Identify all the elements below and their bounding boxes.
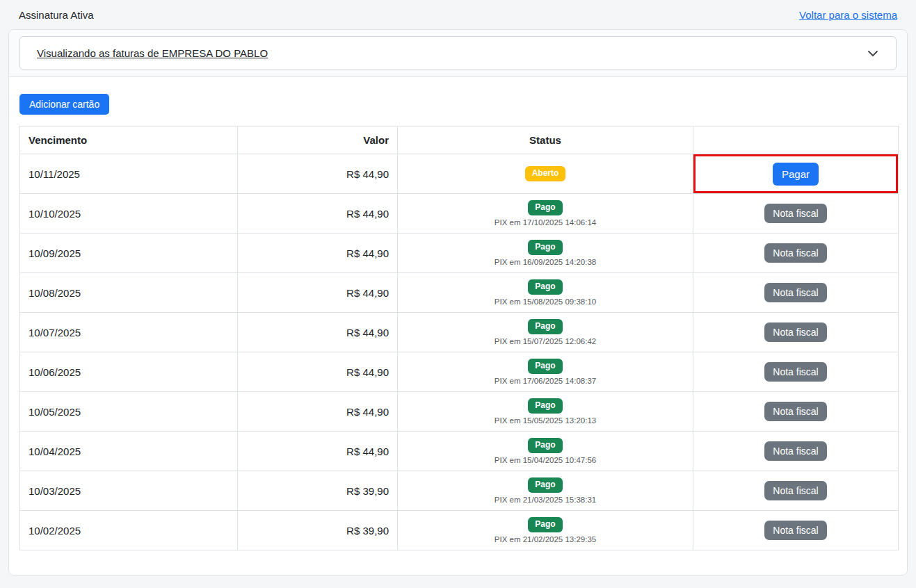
status-badge: Aberto [525,166,566,181]
payment-detail: PIX em 16/09/2025 14:20:38 [406,258,684,266]
header-action [693,126,899,154]
invoices-table: Vencimento Valor Status 10/11/2025 R$ 44… [19,126,899,550]
due-date-cell: 10/07/2025 [20,313,238,352]
action-cell: Nota fiscal [693,392,899,432]
invoices-card: Visualizando as faturas de EMPRESA DO PA… [8,29,908,575]
due-date-cell: 10/11/2025 [20,154,238,194]
action-cell: Nota fiscal [693,313,899,352]
value-cell: R$ 44,90 [238,313,398,352]
due-date-cell: 10/06/2025 [20,352,238,392]
value-cell: R$ 39,90 [238,511,398,550]
status-badge: Pago [528,438,562,452]
due-date-cell: 10/04/2025 [20,432,238,471]
due-date-cell: 10/10/2025 [20,194,238,234]
add-card-button[interactable]: Adicionar cartão [19,94,109,115]
nota-fiscal-button[interactable]: Nota fiscal [764,243,826,263]
action-cell: Nota fiscal [693,432,899,471]
status-cell: Pago PIX em 16/09/2025 14:20:38 [398,234,693,273]
status-cell: Aberto [398,154,693,194]
due-date-cell: 10/02/2025 [20,511,238,550]
table-row: 10/03/2025 R$ 39,90 Pago PIX em 21/03/20… [20,471,899,511]
payment-detail: PIX em 21/02/2025 13:29:35 [406,535,684,544]
payment-detail: PIX em 17/10/2025 14:06:14 [406,218,684,227]
card-body: Adicionar cartão Vencimento Valor Status… [9,77,907,575]
nota-fiscal-button[interactable]: Nota fiscal [764,204,826,223]
nota-fiscal-button[interactable]: Nota fiscal [764,322,826,342]
action-cell: Nota fiscal [693,234,899,273]
action-cell: Nota fiscal [693,273,899,313]
due-date-cell: 10/05/2025 [20,392,238,432]
action-cell: Pagar [693,154,899,194]
status-badge: Pago [528,359,562,373]
chevron-down-icon [865,46,881,61]
table-row: 10/02/2025 R$ 39,90 Pago PIX em 21/02/20… [20,511,899,550]
nota-fiscal-button[interactable]: Nota fiscal [764,481,826,500]
table-row: 10/08/2025 R$ 44,90 Pago PIX em 15/08/20… [20,273,899,313]
status-cell: Pago PIX em 15/04/2025 10:47:56 [398,432,693,471]
table-row: 10/04/2025 R$ 44,90 Pago PIX em 15/04/20… [20,432,899,471]
nota-fiscal-button[interactable]: Nota fiscal [764,362,826,382]
table-row: 10/06/2025 R$ 44,90 Pago PIX em 17/06/20… [20,352,899,392]
status-badge: Pago [528,200,562,215]
status-badge: Pago [528,319,562,334]
company-invoices-dropdown[interactable]: Visualizando as faturas de EMPRESA DO PA… [19,36,897,70]
back-to-system-link[interactable]: Voltar para o sistema [799,9,897,21]
nota-fiscal-button[interactable]: Nota fiscal [764,402,826,421]
nota-fiscal-button[interactable]: Nota fiscal [764,283,826,302]
status-cell: Pago PIX em 15/08/2025 09:38:10 [398,273,693,313]
status-badge: Pago [528,398,562,413]
value-cell: R$ 44,90 [238,234,398,273]
payment-detail: PIX em 15/05/2025 13:20:13 [406,416,684,425]
nota-fiscal-button[interactable]: Nota fiscal [764,521,826,540]
status-cell: Pago PIX em 17/06/2025 14:08:37 [398,352,693,392]
status-cell: Pago PIX em 15/05/2025 13:20:13 [398,392,693,432]
table-header-row: Vencimento Valor Status [20,126,899,154]
page-title: Assinatura Ativa [19,9,94,21]
status-badge: Pago [528,240,562,254]
header-valor: Valor [238,126,398,154]
table-row: 10/11/2025 R$ 44,90 Aberto Pagar [20,154,899,194]
status-badge: Pago [528,279,562,294]
header-status: Status [398,126,693,154]
card-header: Visualizando as faturas de EMPRESA DO PA… [9,30,907,77]
payment-detail: PIX em 17/06/2025 14:08:37 [406,377,684,385]
due-date-cell: 10/09/2025 [20,234,238,273]
payment-detail: PIX em 21/03/2025 15:38:31 [406,496,684,504]
table-row: 10/09/2025 R$ 44,90 Pago PIX em 16/09/20… [20,234,899,273]
action-cell: Nota fiscal [693,471,899,511]
action-cell: Nota fiscal [693,194,899,234]
nota-fiscal-button[interactable]: Nota fiscal [764,441,826,461]
table-row: 10/07/2025 R$ 44,90 Pago PIX em 15/07/20… [20,313,899,352]
status-badge: Pago [528,477,562,492]
header-vencimento: Vencimento [20,126,238,154]
topbar: Assinatura Ativa Voltar para o sistema [0,0,916,29]
value-cell: R$ 44,90 [238,154,398,194]
value-cell: R$ 44,90 [238,432,398,471]
dropdown-selected-label: Visualizando as faturas de EMPRESA DO PA… [37,47,268,59]
due-date-cell: 10/08/2025 [20,273,238,313]
payment-detail: PIX em 15/07/2025 12:06:42 [406,337,684,345]
action-cell: Nota fiscal [693,511,899,550]
due-date-cell: 10/03/2025 [20,471,238,511]
value-cell: R$ 44,90 [238,392,398,432]
action-cell: Nota fiscal [693,352,899,392]
status-cell: Pago PIX em 21/02/2025 13:29:35 [398,511,693,550]
value-cell: R$ 39,90 [238,471,398,511]
status-badge: Pago [528,517,562,532]
value-cell: R$ 44,90 [238,194,398,234]
status-cell: Pago PIX em 17/10/2025 14:06:14 [398,194,693,234]
payment-detail: PIX em 15/04/2025 10:47:56 [406,456,684,464]
table-row: 10/10/2025 R$ 44,90 Pago PIX em 17/10/20… [20,194,899,234]
value-cell: R$ 44,90 [238,273,398,313]
value-cell: R$ 44,90 [238,352,398,392]
pagar-button[interactable]: Pagar [773,163,819,186]
table-row: 10/05/2025 R$ 44,90 Pago PIX em 15/05/20… [20,392,899,432]
status-cell: Pago PIX em 21/03/2025 15:38:31 [398,471,693,511]
status-cell: Pago PIX em 15/07/2025 12:06:42 [398,313,693,352]
payment-detail: PIX em 15/08/2025 09:38:10 [406,297,684,306]
